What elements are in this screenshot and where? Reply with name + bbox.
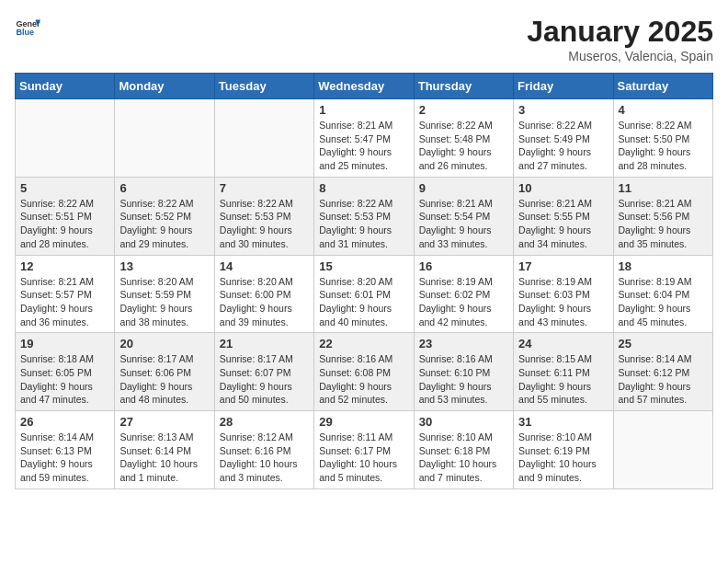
- logo-icon: General Blue: [15, 15, 40, 40]
- calendar-day-cell: 15Sunrise: 8:20 AM Sunset: 6:01 PM Dayli…: [314, 255, 414, 333]
- day-number: 5: [20, 181, 109, 195]
- day-info: Sunrise: 8:22 AM Sunset: 5:49 PM Dayligh…: [518, 119, 608, 173]
- calendar-day-cell: 10Sunrise: 8:21 AM Sunset: 5:55 PM Dayli…: [514, 177, 613, 255]
- title-block: January 2025 Museros, Valencia, Spain: [527, 15, 713, 63]
- day-number: 31: [518, 415, 608, 429]
- day-info: Sunrise: 8:22 AM Sunset: 5:51 PM Dayligh…: [20, 197, 109, 251]
- calendar-day-cell: [613, 411, 712, 489]
- calendar-day-cell: 23Sunrise: 8:16 AM Sunset: 6:10 PM Dayli…: [414, 333, 513, 411]
- day-number: 4: [619, 103, 708, 117]
- day-number: 20: [119, 337, 209, 350]
- day-info: Sunrise: 8:10 AM Sunset: 6:19 PM Dayligh…: [518, 431, 608, 485]
- day-number: 24: [518, 337, 608, 350]
- calendar-week-row: 12Sunrise: 8:21 AM Sunset: 5:57 PM Dayli…: [16, 255, 713, 333]
- calendar-week-row: 19Sunrise: 8:18 AM Sunset: 6:05 PM Dayli…: [16, 333, 713, 411]
- day-info: Sunrise: 8:22 AM Sunset: 5:53 PM Dayligh…: [220, 197, 309, 251]
- day-info: Sunrise: 8:16 AM Sunset: 6:10 PM Dayligh…: [419, 352, 508, 407]
- day-info: Sunrise: 8:17 AM Sunset: 6:06 PM Dayligh…: [119, 352, 209, 407]
- day-number: 19: [20, 337, 109, 350]
- location: Museros, Valencia, Spain: [527, 49, 713, 63]
- day-number: 2: [419, 103, 508, 117]
- calendar-day-cell: 27Sunrise: 8:13 AM Sunset: 6:14 PM Dayli…: [115, 411, 214, 489]
- day-number: 12: [20, 259, 109, 273]
- day-info: Sunrise: 8:20 AM Sunset: 6:00 PM Dayligh…: [220, 275, 309, 329]
- day-info: Sunrise: 8:19 AM Sunset: 6:02 PM Dayligh…: [419, 275, 508, 329]
- calendar-day-cell: [115, 99, 214, 178]
- logo: General Blue: [15, 15, 40, 40]
- month-title: January 2025: [527, 15, 713, 49]
- day-number: 27: [119, 415, 209, 429]
- day-info: Sunrise: 8:21 AM Sunset: 5:57 PM Dayligh…: [20, 275, 109, 329]
- day-info: Sunrise: 8:21 AM Sunset: 5:55 PM Dayligh…: [518, 197, 608, 251]
- day-number: 13: [119, 259, 209, 273]
- day-info: Sunrise: 8:15 AM Sunset: 6:11 PM Dayligh…: [518, 352, 608, 407]
- calendar-day-cell: 5Sunrise: 8:22 AM Sunset: 5:51 PM Daylig…: [16, 177, 115, 255]
- day-number: 17: [518, 259, 608, 273]
- day-number: 29: [319, 415, 408, 429]
- calendar-day-cell: 21Sunrise: 8:17 AM Sunset: 6:07 PM Dayli…: [214, 333, 313, 411]
- calendar-day-cell: 26Sunrise: 8:14 AM Sunset: 6:13 PM Dayli…: [16, 411, 115, 489]
- calendar-day-cell: [214, 99, 313, 178]
- weekday-header-monday: Monday: [115, 74, 214, 99]
- day-info: Sunrise: 8:20 AM Sunset: 5:59 PM Dayligh…: [119, 275, 209, 329]
- day-info: Sunrise: 8:18 AM Sunset: 6:05 PM Dayligh…: [20, 352, 109, 407]
- calendar-day-cell: 16Sunrise: 8:19 AM Sunset: 6:02 PM Dayli…: [414, 255, 513, 333]
- day-info: Sunrise: 8:21 AM Sunset: 5:54 PM Dayligh…: [419, 197, 508, 251]
- day-number: 18: [619, 259, 708, 273]
- day-info: Sunrise: 8:11 AM Sunset: 6:17 PM Dayligh…: [319, 431, 408, 485]
- day-number: 8: [319, 181, 408, 195]
- day-number: 21: [220, 337, 309, 350]
- day-number: 3: [518, 103, 608, 117]
- day-number: 9: [419, 181, 508, 195]
- calendar-day-cell: 28Sunrise: 8:12 AM Sunset: 6:16 PM Dayli…: [214, 411, 313, 489]
- weekday-header-row: SundayMondayTuesdayWednesdayThursdayFrid…: [16, 74, 713, 99]
- day-number: 23: [419, 337, 508, 350]
- day-number: 26: [20, 415, 109, 429]
- day-number: 30: [419, 415, 508, 429]
- day-info: Sunrise: 8:12 AM Sunset: 6:16 PM Dayligh…: [220, 431, 309, 485]
- calendar-day-cell: 4Sunrise: 8:22 AM Sunset: 5:50 PM Daylig…: [613, 99, 712, 178]
- svg-text:Blue: Blue: [16, 28, 34, 37]
- calendar-day-cell: 6Sunrise: 8:22 AM Sunset: 5:52 PM Daylig…: [115, 177, 214, 255]
- calendar-day-cell: 31Sunrise: 8:10 AM Sunset: 6:19 PM Dayli…: [514, 411, 613, 489]
- calendar-day-cell: 3Sunrise: 8:22 AM Sunset: 5:49 PM Daylig…: [514, 99, 613, 178]
- calendar-day-cell: 2Sunrise: 8:22 AM Sunset: 5:48 PM Daylig…: [414, 99, 513, 178]
- calendar-table: SundayMondayTuesdayWednesdayThursdayFrid…: [15, 73, 713, 489]
- calendar-day-cell: 11Sunrise: 8:21 AM Sunset: 5:56 PM Dayli…: [613, 177, 712, 255]
- weekday-header-thursday: Thursday: [414, 74, 513, 99]
- day-number: 10: [518, 181, 608, 195]
- calendar-day-cell: 19Sunrise: 8:18 AM Sunset: 6:05 PM Dayli…: [16, 333, 115, 411]
- day-info: Sunrise: 8:14 AM Sunset: 6:13 PM Dayligh…: [20, 431, 109, 485]
- day-info: Sunrise: 8:10 AM Sunset: 6:18 PM Dayligh…: [419, 431, 508, 485]
- calendar-day-cell: 8Sunrise: 8:22 AM Sunset: 5:53 PM Daylig…: [314, 177, 414, 255]
- day-info: Sunrise: 8:13 AM Sunset: 6:14 PM Dayligh…: [119, 431, 209, 485]
- weekday-header-sunday: Sunday: [16, 74, 115, 99]
- day-number: 14: [220, 259, 309, 273]
- calendar-week-row: 1Sunrise: 8:21 AM Sunset: 5:47 PM Daylig…: [16, 99, 713, 178]
- calendar-day-cell: 18Sunrise: 8:19 AM Sunset: 6:04 PM Dayli…: [613, 255, 712, 333]
- day-info: Sunrise: 8:21 AM Sunset: 5:47 PM Dayligh…: [319, 119, 408, 173]
- day-number: 22: [319, 337, 408, 350]
- weekday-header-tuesday: Tuesday: [214, 74, 313, 99]
- day-info: Sunrise: 8:14 AM Sunset: 6:12 PM Dayligh…: [619, 352, 708, 407]
- day-number: 11: [619, 181, 708, 195]
- calendar-day-cell: 13Sunrise: 8:20 AM Sunset: 5:59 PM Dayli…: [115, 255, 214, 333]
- page-header: General Blue January 2025 Museros, Valen…: [15, 15, 713, 63]
- day-info: Sunrise: 8:22 AM Sunset: 5:50 PM Dayligh…: [619, 119, 708, 173]
- day-number: 1: [319, 103, 408, 117]
- calendar-day-cell: 7Sunrise: 8:22 AM Sunset: 5:53 PM Daylig…: [214, 177, 313, 255]
- calendar-day-cell: 25Sunrise: 8:14 AM Sunset: 6:12 PM Dayli…: [613, 333, 712, 411]
- weekday-header-saturday: Saturday: [613, 74, 712, 99]
- day-number: 25: [619, 337, 708, 350]
- calendar-day-cell: [16, 99, 115, 178]
- day-info: Sunrise: 8:22 AM Sunset: 5:48 PM Dayligh…: [419, 119, 508, 173]
- calendar-day-cell: 22Sunrise: 8:16 AM Sunset: 6:08 PM Dayli…: [314, 333, 414, 411]
- weekday-header-friday: Friday: [514, 74, 613, 99]
- calendar-day-cell: 1Sunrise: 8:21 AM Sunset: 5:47 PM Daylig…: [314, 99, 414, 178]
- calendar-week-row: 26Sunrise: 8:14 AM Sunset: 6:13 PM Dayli…: [16, 411, 713, 489]
- day-info: Sunrise: 8:19 AM Sunset: 6:03 PM Dayligh…: [518, 275, 608, 329]
- weekday-header-wednesday: Wednesday: [314, 74, 414, 99]
- day-number: 28: [220, 415, 309, 429]
- day-number: 6: [119, 181, 209, 195]
- calendar-week-row: 5Sunrise: 8:22 AM Sunset: 5:51 PM Daylig…: [16, 177, 713, 255]
